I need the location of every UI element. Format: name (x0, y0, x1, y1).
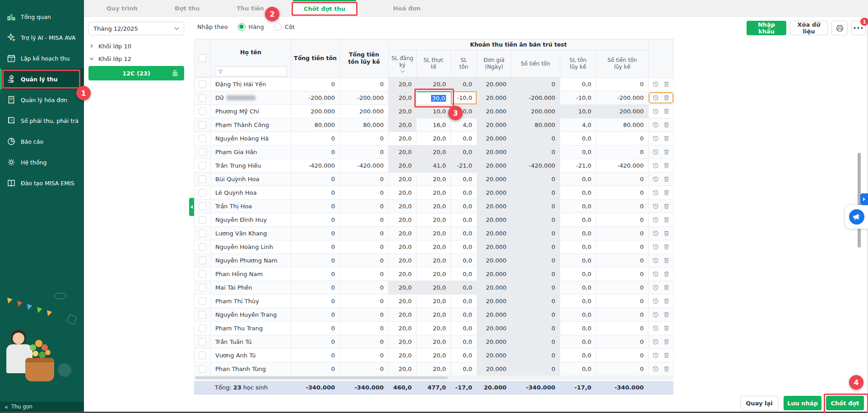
expand-panel-tab[interactable] (860, 193, 868, 205)
history-icon[interactable] (652, 284, 659, 291)
tab-5[interactable]: Hoá đơn (384, 0, 430, 16)
tab-2[interactable]: Đợt thu (166, 0, 209, 16)
trash-icon[interactable] (663, 257, 670, 264)
row-checkbox[interactable] (199, 365, 206, 373)
trash-icon[interactable] (663, 216, 670, 223)
history-icon[interactable] (652, 94, 659, 101)
row-checkbox[interactable] (199, 135, 206, 142)
history-icon[interactable] (652, 203, 659, 210)
clear-data-button[interactable]: Xóa dữ liệu (790, 21, 828, 35)
row-checkbox[interactable] (199, 175, 206, 183)
sidebar-item-gear[interactable]: Hệ thống (0, 152, 84, 173)
trash-icon[interactable] (663, 284, 670, 291)
row-checkbox[interactable] (199, 230, 206, 237)
sidebar-item-hand-coin[interactable]: $Quản lý thu (0, 69, 84, 89)
trash-icon[interactable] (663, 176, 670, 183)
tree-chevron-icon[interactable] (89, 56, 94, 61)
sort-chevron-icon[interactable] (400, 70, 405, 73)
cell-sltt[interactable]: 30,0 (417, 91, 451, 105)
more-actions-button[interactable]: ••• 1 (851, 21, 866, 35)
radio-option-cot[interactable]: Cột (274, 23, 295, 31)
trash-icon[interactable] (663, 271, 670, 277)
trash-icon[interactable] (663, 338, 670, 345)
row-checkbox[interactable] (199, 311, 206, 319)
history-icon[interactable] (652, 298, 659, 305)
tree-chevron-icon[interactable] (89, 44, 94, 48)
history-icon[interactable] (652, 257, 659, 264)
trash-icon[interactable] (663, 244, 670, 250)
tab-1[interactable]: Quy trình (97, 0, 147, 16)
row-checkbox[interactable] (199, 148, 206, 156)
history-icon[interactable] (652, 189, 659, 196)
row-checkbox[interactable] (199, 270, 206, 278)
trash-icon[interactable] (663, 162, 670, 169)
collapse-panel-handle[interactable] (189, 198, 194, 216)
history-icon[interactable] (652, 108, 659, 115)
history-icon[interactable] (652, 230, 659, 237)
history-icon[interactable] (652, 149, 659, 155)
horizontal-scrollbar-thumb[interactable] (195, 376, 448, 379)
trash-icon[interactable] (663, 122, 670, 128)
trash-icon[interactable] (663, 108, 670, 115)
sidebar-collapse-button[interactable]: « Thu gọn (0, 402, 84, 412)
row-checkbox[interactable] (199, 80, 206, 88)
trash-icon[interactable] (663, 311, 670, 318)
row-checkbox[interactable] (199, 352, 206, 359)
announcement-fab[interactable] (849, 209, 864, 225)
row-checkbox[interactable] (199, 216, 206, 224)
history-icon[interactable] (652, 271, 659, 277)
sidebar-item-calendar-dollar[interactable]: $Lập kế hoạch thu (0, 48, 84, 69)
month-select[interactable]: Tháng 12/2025 (88, 22, 184, 35)
row-checkbox[interactable] (199, 162, 206, 169)
row-checkbox[interactable] (199, 202, 206, 210)
import-button[interactable]: Nhập khẩu (747, 21, 786, 35)
class-chip-12c[interactable]: 12C (23) (88, 66, 184, 80)
history-icon[interactable] (652, 338, 659, 345)
row-checkbox[interactable] (199, 297, 206, 305)
history-icon[interactable] (652, 352, 659, 359)
history-icon[interactable] (652, 366, 659, 372)
trash-icon[interactable] (663, 230, 670, 237)
trash-icon[interactable] (663, 325, 670, 332)
sidebar-item-book[interactable]: Đào tạo MISA EMIS (0, 173, 84, 193)
trash-icon[interactable] (663, 94, 670, 101)
radio-cot-icon[interactable] (274, 23, 282, 31)
history-icon[interactable] (652, 244, 659, 250)
row-checkbox[interactable] (199, 94, 206, 102)
history-icon[interactable] (652, 122, 659, 128)
tree-item-grade-1[interactable]: Khối lớp 10 (89, 42, 131, 51)
history-icon[interactable] (652, 176, 659, 183)
row-checkbox[interactable] (199, 189, 206, 197)
row-checkbox[interactable] (199, 284, 206, 291)
back-button[interactable]: Quay lại (740, 396, 778, 410)
trash-icon[interactable] (663, 366, 670, 372)
sidebar-item-bar-chart[interactable]: Tổng quan (0, 6, 84, 27)
sidebar-item-invoice[interactable]: Quản lý hóa đơn (0, 89, 84, 110)
history-icon[interactable] (652, 216, 659, 223)
finalize-button[interactable]: Chốt đợt (826, 396, 864, 410)
print-button[interactable] (831, 21, 848, 35)
sidebar-item-pie-chart[interactable]: Báo cáo (0, 131, 84, 152)
row-checkbox[interactable] (199, 338, 206, 346)
sidebar-item-ledger[interactable]: $Sổ phải thu, phải trả (0, 110, 84, 131)
trash-icon[interactable] (663, 189, 670, 196)
tab-4[interactable]: Chốt đợt thu (293, 0, 356, 16)
sidebar-item-ai-sparkle[interactable]: Trợ lý AI - MISA AVA (0, 27, 84, 48)
trash-icon[interactable] (663, 352, 670, 359)
trash-icon[interactable] (663, 149, 670, 155)
row-checkbox[interactable] (199, 324, 206, 332)
history-icon[interactable] (652, 311, 659, 318)
history-icon[interactable] (652, 162, 659, 169)
row-checkbox[interactable] (199, 257, 206, 264)
save-draft-button[interactable]: Lưu nháp (784, 396, 822, 410)
history-icon[interactable] (652, 135, 659, 142)
trash-icon[interactable] (663, 298, 670, 305)
history-icon[interactable] (652, 81, 659, 88)
horizontal-scrollbar[interactable] (194, 375, 673, 380)
trash-icon[interactable] (663, 203, 670, 210)
tree-item-grade-2[interactable]: Khối lớp 12 (89, 54, 131, 63)
row-checkbox[interactable] (199, 121, 206, 129)
radio-option-hang[interactable]: Hàng (238, 23, 264, 31)
trash-icon[interactable] (663, 135, 670, 142)
trash-icon[interactable] (663, 81, 670, 88)
